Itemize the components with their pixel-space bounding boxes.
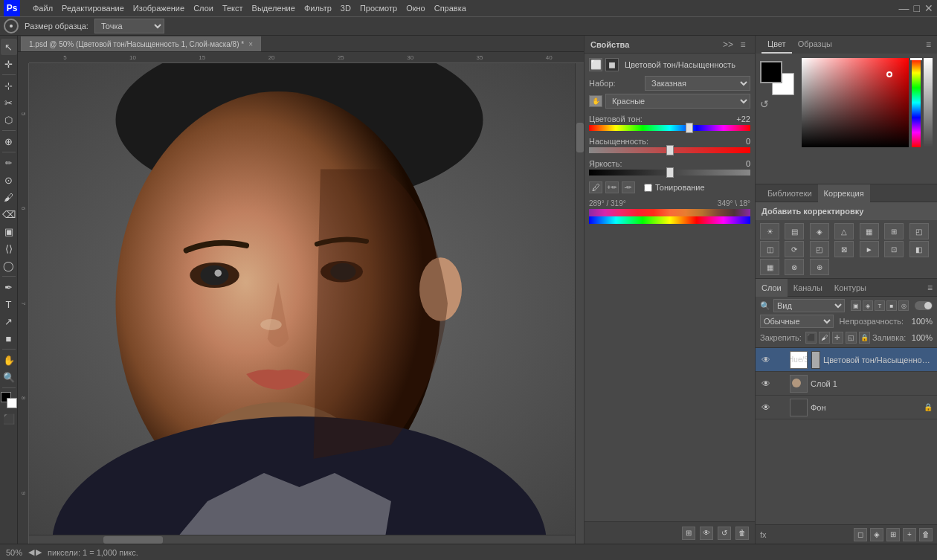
delete-layer-btn[interactable]: 🗑 [919,528,933,541]
corr-threshold[interactable]: ◧ [909,241,929,257]
properties-menu-icon[interactable]: ≡ [737,39,749,51]
status-nav-left[interactable]: ◀ [28,547,34,557]
layer-filter-select[interactable]: Вид Имя Тип [773,299,845,312]
toning-checkbox[interactable] [644,184,652,192]
tab-color[interactable]: Цвет [761,36,792,54]
alpha-slider-vertical[interactable] [924,58,933,147]
layer-visibility-btn[interactable]: 👁 [760,354,772,366]
corr-levels[interactable]: ▤ [785,223,804,239]
sat-track[interactable] [589,147,750,153]
tool-blur[interactable]: ⟨⟩ [1,240,17,257]
layer-mask-thumb[interactable] [811,351,820,369]
tool-screen-mode[interactable]: ⬛ [1,411,17,427]
menu-window[interactable]: Окно [406,4,425,13]
footer-clip-icon[interactable]: ⊞ [682,527,695,540]
tab-paths[interactable]: Контуры [828,279,872,297]
sample-size-select[interactable]: Точка 3×3 среднее 5×5 среднее [94,19,164,33]
tool-hand[interactable]: ✋ [1,352,17,368]
menu-select[interactable]: Выделение [252,4,295,13]
corr-photofilter[interactable]: ⟳ [785,241,804,257]
layer-item[interactable]: 👁 Слой 1 [756,372,937,396]
tab-close-btn[interactable]: × [248,40,253,48]
corr-gradient-map[interactable]: ▦ [760,259,779,275]
corr-selective-color[interactable]: ⊗ [785,259,804,275]
eyedropper-minus-btn[interactable]: -✏ [622,181,635,193]
layer-filter-toggle[interactable] [915,301,933,310]
footer-view-icon[interactable]: 👁 [700,527,713,540]
window-maximize[interactable]: □ [914,2,920,14]
tool-crop[interactable]: ⊕ [1,133,17,149]
bright-thumb[interactable] [666,167,674,178]
layers-panel-menu[interactable]: ≡ [923,283,937,293]
lock-transparency[interactable]: ⬛ [805,332,817,344]
blend-mode-select[interactable]: Обычные Растворение Затемнение Умножение [760,315,834,328]
lock-paint[interactable]: 🖌 [819,332,830,344]
corr-brightness[interactable]: ☀ [760,223,779,239]
menu-filter[interactable]: Фильтр [304,4,332,13]
lock-position[interactable]: ✛ [832,332,843,344]
new-fill-adj-btn[interactable]: ◈ [870,528,883,541]
footer-delete-icon[interactable]: 🗑 [735,527,749,540]
color-gradient-area[interactable] [802,58,909,147]
fg-color-swatch[interactable] [760,61,782,83]
corr-curves[interactable]: ◈ [810,223,829,239]
hue-slider-vertical[interactable] [912,58,921,147]
hue-track[interactable] [589,125,750,131]
tool-fill[interactable]: ▣ [1,223,17,239]
eyedropper-plus-btn[interactable]: +✏ [605,181,619,193]
tab-correction[interactable]: Коррекция [818,184,870,202]
footer-reset-icon[interactable]: ↺ [718,527,731,540]
corr-posterize[interactable]: ⊡ [884,241,904,257]
tool-wand[interactable]: ⬡ [1,112,17,128]
canvas-scroll[interactable] [29,63,584,544]
document-tab[interactable]: 1.psd @ 50% (Цветовой тон/Насыщенность 1… [21,36,261,51]
properties-expand-icon[interactable]: >> [722,39,734,51]
layer-visibility-btn[interactable]: 👁 [760,378,772,390]
tool-eyedropper[interactable]: ✏ [1,155,17,171]
filter-text-icon[interactable]: T [875,300,885,311]
filter-adj-icon[interactable]: ◈ [863,300,873,311]
tool-erase[interactable]: ⌫ [1,206,17,222]
corr-invert[interactable]: ► [860,241,879,257]
menu-3d[interactable]: 3D [341,4,351,13]
menu-view[interactable]: Просмотр [360,4,397,13]
menu-file[interactable]: Файл [33,4,53,13]
new-layer-btn[interactable]: + [903,528,916,541]
tool-brush[interactable]: 🖌 [1,189,17,205]
lock-artboard[interactable]: ◱ [846,332,857,344]
window-close[interactable]: ✕ [924,2,933,14]
menu-edit[interactable]: Редактирование [62,4,124,13]
tool-dodge[interactable]: ◯ [1,257,17,274]
fg-bg-colors[interactable] [1,392,17,408]
tab-libraries[interactable]: Библиотеки [761,184,818,202]
reset-colors-icon[interactable]: ↺ [760,98,769,110]
tool-zoom[interactable]: 🔍 [1,369,17,385]
fg-bg-swatch[interactable] [760,61,794,95]
menu-image[interactable]: Изображение [133,4,184,13]
filter-pixel-icon[interactable]: ▣ [851,300,861,311]
filter-shape-icon[interactable]: ■ [886,300,897,311]
tool-shape[interactable]: ■ [1,330,17,347]
vertical-scrollbar[interactable] [575,63,584,544]
corr-exposure[interactable]: △ [834,223,854,239]
sat-thumb[interactable] [666,145,674,155]
tool-text[interactable]: T [1,296,17,312]
corr-bw[interactable]: ◫ [760,241,779,257]
horizontal-scrollbar[interactable] [29,535,575,544]
tool-lasso[interactable]: ✂ [1,94,17,111]
preset-select[interactable]: Заказная По умолчанию [645,76,750,91]
new-group-btn[interactable]: ⊞ [886,528,900,541]
menu-help[interactable]: Справка [434,4,466,13]
add-mask-btn[interactable]: ◻ [854,528,867,541]
menu-layers[interactable]: Слои [193,4,213,13]
corr-hsl[interactable]: ⊞ [884,223,904,239]
color-band-top[interactable] [589,209,750,216]
status-nav-right[interactable]: ▶ [36,547,42,557]
layer-visibility-btn[interactable]: 👁 [760,402,772,413]
tool-artboard[interactable]: ✛ [1,56,17,72]
tool-path-select[interactable]: ↗ [1,313,17,329]
lock-all[interactable]: 🔒 [859,332,870,344]
menu-text[interactable]: Текст [222,4,243,13]
adj-icon-mask[interactable]: ◼ [605,58,619,71]
tool-move[interactable]: ↖ [1,39,17,55]
